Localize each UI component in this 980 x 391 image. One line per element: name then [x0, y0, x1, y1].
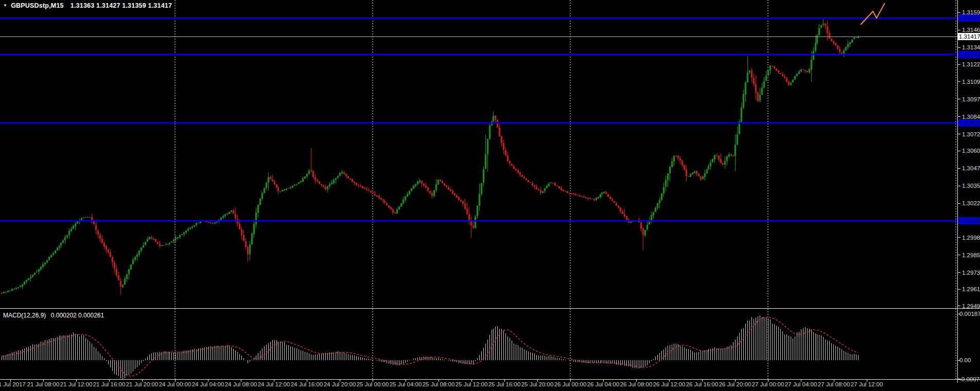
- symbol-period-label: GBPUSDstp,M15: [11, 2, 64, 9]
- time-tick-label: 27 Jul 00:00: [752, 381, 784, 387]
- time-tick-label: 25 Jul 20:00: [521, 381, 554, 387]
- price-tick-label: 1.31095: [962, 78, 979, 85]
- chart-canvas[interactable]: [0, 0, 980, 391]
- time-tick-label: 26 Jul 20:00: [719, 381, 751, 387]
- time-tick-label: 25 Jul 04:00: [390, 381, 422, 387]
- macd-current-values: 0.000202 0.000261: [51, 312, 104, 319]
- time-tick-label: 24 Jul 00:00: [159, 381, 191, 387]
- time-tick-label: 21 Jul 16:00: [93, 381, 126, 387]
- price-tick-label: 1.29490: [962, 303, 979, 310]
- time-tick-label: 26 Jul 16:00: [686, 381, 719, 387]
- price-tick-label: 1.30225: [962, 200, 979, 207]
- time-tick-label: 24 Jul 04:00: [192, 381, 224, 387]
- time-tick-label: 27 Jul 04:00: [785, 381, 817, 387]
- time-tick-label: 24 Jul 16:00: [291, 381, 323, 387]
- level-price-tag: 1.30800: [958, 119, 980, 127]
- macd-tick-label: 0.00: [959, 357, 971, 364]
- time-tick-label: 27 Jul 08:00: [818, 381, 850, 387]
- level-price-tag: 1.31550: [958, 14, 980, 22]
- time-tick-label: 26 Jul 04:00: [587, 381, 620, 387]
- time-tick-label: 21 Jul 12:00: [60, 381, 93, 387]
- price-tick-label: 1.30350: [962, 182, 979, 189]
- chart-title: ▼ GBPUSDstp,M15 1.31363 1.31427 1.31359 …: [3, 2, 172, 9]
- time-tick-label: 25 Jul 08:00: [423, 381, 455, 387]
- price-tick-label: 1.29730: [962, 269, 979, 276]
- trading-chart-window: ▼ GBPUSDstp,M15 1.31363 1.31427 1.31359 …: [0, 0, 980, 391]
- price-tick-label: 1.31465: [962, 26, 979, 33]
- time-tick-label: 26 Jul 00:00: [554, 381, 587, 387]
- price-tick-label: 1.30970: [962, 96, 979, 103]
- time-tick-label: 24 Jul 12:00: [258, 381, 290, 387]
- level-price-tag: 1.30100: [958, 217, 980, 224]
- level-price-tag: 1.31290: [958, 51, 980, 58]
- macd-indicator-label: MACD(12,26,9) 0.000202 0.000261: [3, 312, 107, 319]
- price-tick-label: 1.30475: [962, 165, 979, 172]
- price-tick-label: 1.29610: [962, 286, 979, 293]
- price-tick-label: 1.29855: [962, 252, 979, 259]
- price-tick-label: 1.29980: [962, 234, 979, 241]
- price-tick-label: 1.31220: [962, 61, 979, 68]
- ohlc-values: 1.31363 1.31427 1.31359 1.31417: [71, 2, 172, 9]
- time-tick-label: 21 Jul 2017: [0, 381, 26, 387]
- time-tick-label: 24 Jul 08:00: [225, 381, 257, 387]
- time-tick-label: 21 Jul 08:00: [27, 381, 60, 387]
- macd-tick-label: -0.000789: [959, 376, 980, 383]
- time-tick-label: 25 Jul 00:00: [357, 381, 389, 387]
- price-tick-label: 1.30600: [962, 147, 979, 154]
- time-tick-label: 27 Jul 12:00: [851, 381, 883, 387]
- price-tick-label: 1.31340: [962, 44, 979, 51]
- current-price-tag: 1.31417: [958, 33, 980, 40]
- time-tick-label: 25 Jul 16:00: [488, 381, 521, 387]
- macd-name: MACD(12,26,9): [3, 312, 46, 319]
- time-tick-label: 24 Jul 20:00: [324, 381, 356, 387]
- price-tick-label: 1.30720: [962, 131, 979, 138]
- chart-background: [0, 0, 980, 391]
- time-tick-label: 26 Jul 12:00: [653, 381, 686, 387]
- time-tick-label: 26 Jul 08:00: [620, 381, 653, 387]
- time-tick-label: 25 Jul 12:00: [456, 381, 488, 387]
- time-tick-label: 21 Jul 20:00: [126, 381, 159, 387]
- macd-tick-label: 0.001872: [959, 310, 980, 317]
- symbol-dropdown-icon[interactable]: ▼: [3, 3, 7, 8]
